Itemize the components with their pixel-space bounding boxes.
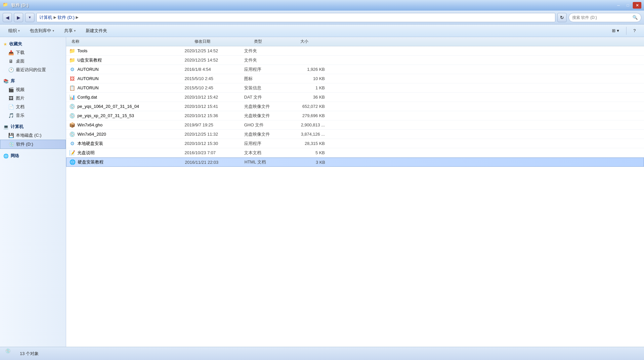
sidebar-item-pictures[interactable]: 🖼 图片 xyxy=(0,94,66,103)
refresh-button[interactable]: ↻ xyxy=(557,13,567,22)
file-type-2: 应用程序 xyxy=(244,67,290,72)
file-area: 名称 修改日期 类型 大小 📁 Tools 2020/12/25 14:52 文… xyxy=(66,37,644,347)
d-drive-label: 软件 (D:) xyxy=(16,141,33,147)
table-row[interactable]: 📋 AUTORUN 2015/5/10 2:45 安装信息 1 KB xyxy=(66,83,644,93)
view-icon: ⊞ xyxy=(612,28,616,33)
sidebar-favorites-header[interactable]: ★ 收藏夹 xyxy=(0,40,66,48)
window-icon: 📁 xyxy=(3,2,9,9)
file-date-3: 2015/5/10 2:45 xyxy=(185,76,244,81)
help-button[interactable]: ? xyxy=(629,26,640,36)
breadcrumb-sep-2: ▶ xyxy=(76,15,78,20)
breadcrumb-sep-1: ▶ xyxy=(54,15,56,20)
desktop-label: 桌面 xyxy=(16,58,24,64)
sidebar: ★ 收藏夹 📥 下载 🖥 桌面 🕐 最近访问的位置 📚 库 xyxy=(0,37,66,347)
file-size-9: 3,874,126 ... xyxy=(290,132,330,137)
new-folder-button[interactable]: 新建文件夹 xyxy=(81,26,111,36)
back-button[interactable]: ◀ xyxy=(3,13,12,22)
share-button[interactable]: 共享 ▾ xyxy=(60,26,80,36)
table-row[interactable]: 📦 Win7x64.gho 2019/9/7 19:25 GHO 文件 2,90… xyxy=(66,120,644,130)
sidebar-item-music[interactable]: 🎵 音乐 xyxy=(0,111,66,120)
col-header-name[interactable]: 名称 xyxy=(69,39,194,44)
col-header-size[interactable]: 大小 xyxy=(300,39,340,44)
sidebar-library-title: 库 xyxy=(11,78,15,84)
file-type-9: 光盘映像文件 xyxy=(244,131,290,137)
c-drive-label: 本地磁盘 (C:) xyxy=(16,132,41,138)
maximize-button[interactable]: □ xyxy=(623,2,632,9)
sidebar-computer-header[interactable]: 💻 计算机 xyxy=(0,122,66,131)
file-icon-4: 📋 xyxy=(69,85,75,91)
recent-locations-button[interactable]: ▼ xyxy=(25,13,34,22)
forward-button[interactable]: ▶ xyxy=(14,13,23,22)
breadcrumb-computer[interactable]: 计算机 xyxy=(39,15,52,21)
file-name-7: pe_yqs_xp_20_07_31_15_53 xyxy=(77,113,134,118)
file-date-10: 2020/10/12 15:30 xyxy=(185,141,244,146)
help-icon: ? xyxy=(633,28,636,33)
table-row[interactable]: 📁 Tools 2020/12/25 14:52 文件夹 xyxy=(66,46,644,56)
status-icon: 💿 xyxy=(5,348,16,359)
file-date-9: 2020/12/25 11:32 xyxy=(185,132,244,137)
file-icon-12: 🌐 xyxy=(69,159,76,165)
search-input[interactable] xyxy=(572,15,631,20)
file-icon-7: 💿 xyxy=(69,112,75,119)
file-type-8: GHO 文件 xyxy=(244,122,290,128)
search-box: 🔍 xyxy=(569,13,641,22)
sidebar-computer-section: 💻 计算机 💾 本地磁盘 (C:) 💿 软件 (D:) xyxy=(0,122,66,149)
table-row[interactable]: ⚙ AUTORUN 2016/1/8 4:54 应用程序 1,926 KB xyxy=(66,65,644,74)
sidebar-item-downloads[interactable]: 📥 下载 xyxy=(0,48,66,57)
status-bar: 💿 13 个对象 xyxy=(0,347,644,360)
table-row[interactable]: 💿 pe_yqs_xp_20_07_31_15_53 2020/10/12 15… xyxy=(66,111,644,120)
col-header-type[interactable]: 类型 xyxy=(254,39,300,44)
toolbar-separator xyxy=(626,27,626,35)
c-drive-icon: 💾 xyxy=(8,132,14,138)
breadcrumb-drive[interactable]: 软件 (D:) xyxy=(58,15,74,21)
table-row[interactable]: 🌐 硬盘安装教程 2016/11/21 22:03 HTML 文档 3 KB xyxy=(66,158,644,167)
organize-button[interactable]: 组织 ▾ xyxy=(4,26,24,36)
breadcrumb-bar: 计算机 ▶ 软件 (D:) ▶ xyxy=(36,13,555,22)
file-type-5: DAT 文件 xyxy=(244,94,290,100)
minimize-button[interactable]: ─ xyxy=(614,2,623,9)
network-icon: 🌐 xyxy=(3,154,9,158)
sidebar-library-header[interactable]: 📚 库 xyxy=(0,77,66,85)
file-date-5: 2020/10/12 15:42 xyxy=(185,95,244,100)
table-row[interactable]: 💿 pe_yqs_1064_20_07_31_16_04 2020/10/12 … xyxy=(66,102,644,111)
table-row[interactable]: 🖼 AUTORUN 2015/5/10 2:45 图标 10 KB xyxy=(66,74,644,83)
file-type-0: 文件夹 xyxy=(244,48,290,54)
file-icon-10: ⚙ xyxy=(69,140,75,147)
file-type-6: 光盘映像文件 xyxy=(244,104,290,110)
sidebar-favorites-section: ★ 收藏夹 📥 下载 🖥 桌面 🕐 最近访问的位置 xyxy=(0,40,66,74)
file-size-4: 1 KB xyxy=(290,85,330,90)
downloads-icon: 📥 xyxy=(8,50,14,56)
file-size-7: 279,696 KB xyxy=(290,113,330,118)
video-label: 视频 xyxy=(16,87,24,93)
file-name-10: 本地硬盘安装 xyxy=(77,141,103,147)
sidebar-network-header[interactable]: 🌐 网络 xyxy=(0,152,66,160)
search-icon: 🔍 xyxy=(632,15,638,20)
toolbar-right: ⊞ ▾ ? xyxy=(608,26,640,36)
col-header-date[interactable]: 修改日期 xyxy=(194,39,254,44)
sidebar-item-desktop[interactable]: 🖥 桌面 xyxy=(0,57,66,66)
file-type-11: 文本文档 xyxy=(244,150,290,156)
include-library-button[interactable]: 包含到库中 ▾ xyxy=(25,26,59,36)
sidebar-item-d-drive[interactable]: 💿 软件 (D:) xyxy=(0,140,66,149)
title-bar: 📁 软件 (D:) ─ □ ✕ xyxy=(0,0,644,11)
sidebar-item-recent[interactable]: 🕐 最近访问的位置 xyxy=(0,66,66,74)
file-type-10: 应用程序 xyxy=(244,141,290,147)
sidebar-item-documents[interactable]: 📄 文档 xyxy=(0,103,66,111)
table-row[interactable]: ⚙ 本地硬盘安装 2020/10/12 15:30 应用程序 28,315 KB xyxy=(66,139,644,148)
view-button[interactable]: ⊞ ▾ xyxy=(608,26,623,36)
file-rows-container: 📁 Tools 2020/12/25 14:52 文件夹 📁 U盘安装教程 20… xyxy=(66,46,644,167)
sidebar-item-video[interactable]: 🎬 视频 xyxy=(0,85,66,94)
include-library-dropdown-icon: ▾ xyxy=(53,29,54,32)
file-type-7: 光盘映像文件 xyxy=(244,113,290,119)
file-date-11: 2016/10/23 7:07 xyxy=(185,150,244,155)
pictures-label: 图片 xyxy=(16,95,24,101)
table-row[interactable]: 📁 U盘安装教程 2020/12/25 14:52 文件夹 xyxy=(66,56,644,65)
file-icon-9: 💿 xyxy=(69,131,75,138)
sidebar-item-c-drive[interactable]: 💾 本地磁盘 (C:) xyxy=(0,131,66,140)
organize-label: 组织 xyxy=(8,28,17,34)
close-button[interactable]: ✕ xyxy=(633,2,641,9)
file-size-6: 652,072 KB xyxy=(290,104,330,109)
table-row[interactable]: 💿 Win7x64_2020 2020/12/25 11:32 光盘映像文件 3… xyxy=(66,130,644,139)
table-row[interactable]: 📝 光盘说明 2016/10/23 7:07 文本文档 5 KB xyxy=(66,148,644,158)
table-row[interactable]: 📊 Config.dat 2020/10/12 15:42 DAT 文件 36 … xyxy=(66,93,644,102)
